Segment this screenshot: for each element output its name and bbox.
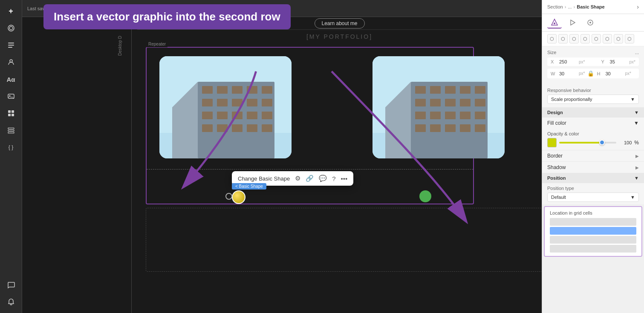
svg-rect-61 xyxy=(475,124,485,132)
svg-rect-24 xyxy=(217,99,228,106)
opacity-thumb[interactable] xyxy=(599,140,605,145)
svg-rect-11 xyxy=(12,114,14,116)
svg-rect-18 xyxy=(202,86,213,94)
layers-button[interactable] xyxy=(3,20,19,36)
green-circle[interactable] xyxy=(419,190,431,202)
svg-rect-60 xyxy=(460,124,471,132)
svg-rect-52 xyxy=(415,112,426,119)
database-button[interactable] xyxy=(3,123,19,138)
svg-point-0 xyxy=(8,25,14,31)
svg-rect-42 xyxy=(415,86,426,94)
location-row-2-active[interactable] xyxy=(550,227,636,235)
shadow-chevron[interactable]: ▶ xyxy=(635,165,639,170)
svg-rect-10 xyxy=(8,114,11,116)
canvas-area[interactable]: Desktop D Section Learn about me [MY POR… xyxy=(22,17,542,313)
position-type-chevron: ▼ xyxy=(630,195,635,200)
position-title: Position xyxy=(547,175,566,181)
tab-animate[interactable] xyxy=(565,17,580,29)
pages-button[interactable] xyxy=(3,37,19,53)
location-row-1[interactable] xyxy=(550,218,636,226)
svg-point-68 xyxy=(589,22,591,23)
design-title: Design xyxy=(547,110,563,115)
responsive-dropdown[interactable]: Scale proportionally ▼ xyxy=(547,95,639,104)
opacity-row: Opacity & color 100 % xyxy=(542,129,644,150)
location-row-3[interactable] xyxy=(550,236,636,244)
svg-rect-25 xyxy=(232,99,243,106)
lock-icon[interactable]: 🔒 xyxy=(587,70,594,77)
border-chevron[interactable]: ▶ xyxy=(635,154,639,158)
svg-rect-21 xyxy=(247,86,257,94)
tab-link[interactable] xyxy=(583,17,598,29)
settings-icon[interactable]: ⚙ xyxy=(295,175,300,182)
page-canvas: Section Learn about me [MY PORTFOLIO] Re… xyxy=(137,17,542,313)
breadcrumb-ellipsis: ... xyxy=(568,4,572,9)
shadow-row: Shadow ▶ xyxy=(542,161,644,173)
align-top-btn[interactable]: ⬡ xyxy=(569,34,579,43)
yellow-shape[interactable] xyxy=(232,190,245,204)
svg-rect-34 xyxy=(217,124,228,132)
building-card-1[interactable] xyxy=(159,56,292,158)
repeater-container[interactable]: Repeater xyxy=(146,47,474,204)
chat-button[interactable] xyxy=(3,277,19,293)
svg-rect-31 xyxy=(247,112,257,119)
svg-rect-43 xyxy=(430,86,441,94)
shadow-label: Shadow xyxy=(547,164,566,170)
panel-tabs xyxy=(542,14,644,32)
notification-button[interactable] xyxy=(3,294,19,310)
size-more[interactable]: ... xyxy=(635,50,639,55)
xy-row: X px* Y px* xyxy=(547,57,639,66)
media-button[interactable] xyxy=(3,89,19,104)
desktop-label: Desktop D xyxy=(116,34,124,57)
svg-marker-66 xyxy=(571,20,575,25)
svg-rect-3 xyxy=(8,45,14,46)
align-center-btn[interactable]: ⬡ xyxy=(558,34,568,43)
position-type-dropdown[interactable]: Default ▼ xyxy=(547,192,639,202)
svg-rect-35 xyxy=(232,124,243,132)
w-input[interactable] xyxy=(559,71,576,76)
svg-rect-45 xyxy=(460,86,471,94)
align-bottom-btn[interactable]: ⬡ xyxy=(592,34,601,43)
svg-rect-57 xyxy=(415,124,426,132)
link-icon[interactable]: 🔗 xyxy=(306,175,314,182)
transform-handle[interactable] xyxy=(225,193,232,200)
breadcrumb-section[interactable]: Section xyxy=(547,4,563,9)
building-card-2[interactable] xyxy=(373,56,505,158)
add-button[interactable]: + xyxy=(3,3,19,19)
align-left-btn[interactable]: ⬡ xyxy=(547,34,557,43)
svg-rect-4 xyxy=(8,47,12,48)
opacity-control: 100 % xyxy=(547,138,639,147)
apps-button[interactable] xyxy=(3,106,19,121)
comment-icon[interactable]: 💬 xyxy=(319,175,327,182)
fonts-button[interactable]: Aα xyxy=(3,72,19,87)
position-chevron[interactable]: ▼ xyxy=(634,175,639,181)
position-type-label: Position type xyxy=(547,186,639,191)
svg-rect-44 xyxy=(445,86,456,94)
basic-shape-badge[interactable]: < Basic Shape xyxy=(232,183,266,190)
opacity-slider[interactable] xyxy=(559,142,616,144)
y-input[interactable] xyxy=(610,59,627,64)
design-chevron[interactable]: ▼ xyxy=(634,110,639,115)
distribute-v-btn[interactable]: ⬡ xyxy=(625,34,634,43)
align-middle-btn[interactable]: ⬡ xyxy=(580,34,590,43)
w-label: W xyxy=(551,71,557,76)
learn-about-me-button[interactable]: Learn about me xyxy=(314,18,364,29)
code-button[interactable]: { } xyxy=(3,140,19,155)
svg-rect-28 xyxy=(202,112,213,119)
color-swatch[interactable] xyxy=(547,138,557,147)
instruction-text: Insert a vector graphic into the second … xyxy=(54,10,280,23)
svg-rect-48 xyxy=(430,99,441,106)
repeater-label: Repeater xyxy=(147,41,167,47)
x-input[interactable] xyxy=(559,59,576,64)
fill-color-chevron[interactable]: ▼ xyxy=(634,120,639,126)
tab-design[interactable] xyxy=(547,17,562,29)
people-button[interactable] xyxy=(3,55,19,70)
panel-toggle[interactable]: › xyxy=(637,3,639,10)
align-right-btn[interactable]: ⬡ xyxy=(603,34,612,43)
help-icon[interactable]: ? xyxy=(332,175,335,182)
location-row-4[interactable] xyxy=(550,245,636,253)
svg-rect-54 xyxy=(445,112,456,119)
more-icon[interactable]: ••• xyxy=(341,175,348,182)
distribute-h-btn[interactable]: ⬡ xyxy=(614,34,623,43)
x-unit: px* xyxy=(579,60,585,64)
h-input[interactable] xyxy=(605,71,622,76)
